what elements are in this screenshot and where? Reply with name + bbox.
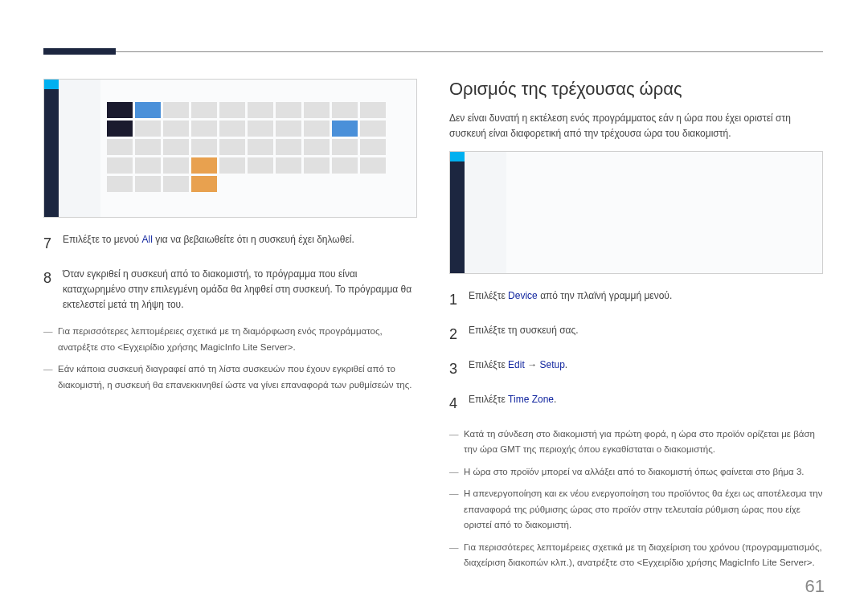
- step-number: 2: [449, 323, 461, 346]
- text-post: για να βεβαιωθείτε ότι η συσκευή έχει δη…: [153, 234, 354, 245]
- step-text: Επιλέξτε Time Zone.: [469, 392, 823, 415]
- step-text: Όταν εγκριθεί η συσκευή από το διακομιστ…: [63, 267, 417, 313]
- thumb: [304, 121, 330, 137]
- thumb: [135, 121, 161, 137]
- thumb: [304, 139, 330, 155]
- step-text: Επιλέξτε Device από την πλαϊνή γραμμή με…: [469, 288, 823, 312]
- thumb: [219, 157, 245, 174]
- thumb: [163, 121, 189, 137]
- thumb: [135, 139, 161, 155]
- thumb: [276, 139, 301, 155]
- step-number: 7: [43, 232, 55, 255]
- text-post: από την πλαϊνή γραμμή μενού.: [538, 290, 672, 301]
- text-pre: Επιλέξτε: [469, 359, 508, 370]
- content-wrapper: 7 Επιλέξτε το μενού All για να βεβαιωθεί…: [43, 79, 823, 578]
- text-pre: Επιλέξτε: [469, 290, 508, 301]
- step-number: 3: [449, 358, 461, 381]
- thumb: [219, 121, 245, 137]
- thumb: [248, 102, 273, 118]
- link-all: All: [142, 234, 153, 245]
- text-post: .: [565, 359, 567, 370]
- link-edit: Edit: [508, 359, 525, 370]
- thumb: [135, 102, 161, 118]
- thumb: [248, 139, 273, 155]
- thumb: [163, 139, 189, 155]
- thumb: [107, 157, 133, 174]
- page-number: 61: [805, 576, 825, 597]
- thumb: [332, 102, 358, 118]
- arrow: →: [525, 359, 540, 370]
- header-tab: [43, 48, 116, 55]
- step-8: 8 Όταν εγκριθεί η συσκευή από το διακομι…: [43, 267, 417, 313]
- thumb: [135, 157, 161, 174]
- thumb: [276, 157, 301, 174]
- step-text: Επιλέξτε το μενού All για να βεβαιωθείτε…: [63, 232, 417, 255]
- screenshot-device-grid: [43, 79, 417, 218]
- screenshot-sidebar-panel: [465, 152, 506, 273]
- step-3: 3 Επιλέξτε Edit → Setup.: [449, 358, 823, 381]
- thumb: [248, 157, 273, 174]
- screenshot-sidebar-panel: [59, 80, 100, 217]
- thumb: [332, 139, 358, 155]
- thumb: [276, 102, 301, 118]
- step-2: 2 Επιλέξτε τη συσκευή σας.: [449, 323, 823, 346]
- thumb: [248, 121, 273, 137]
- thumb: [163, 157, 189, 174]
- screenshot-time-settings: [449, 151, 823, 274]
- note-3: Η απενεργοποίηση και εκ νέου ενεργοποίησ…: [449, 486, 823, 533]
- thumb: [191, 121, 217, 137]
- text-pre: Επιλέξτε: [469, 394, 508, 405]
- section-title: Ορισμός της τρέχουσας ώρας: [449, 79, 823, 100]
- right-column: Ορισμός της τρέχουσας ώρας Δεν είναι δυν…: [449, 79, 823, 578]
- thumb: [360, 139, 386, 155]
- thumb: [191, 176, 217, 192]
- note-1: Για περισσότερες λεπτομέρειες σχετικά με…: [43, 324, 417, 355]
- screenshot-logo: [44, 80, 59, 89]
- intro-text: Δεν είναι δυνατή η εκτέλεση ενός προγράμ…: [449, 111, 823, 141]
- thumb: [360, 102, 386, 118]
- screenshot-main-area: [506, 152, 822, 273]
- text-post: .: [554, 394, 556, 405]
- note-2: Εάν κάποια συσκευή διαγραφεί από τη λίστ…: [43, 362, 417, 393]
- thumb: [135, 176, 161, 192]
- thumb: [304, 102, 330, 118]
- step-1: 1 Επιλέξτε Device από την πλαϊνή γραμμή …: [449, 288, 823, 312]
- thumb: [107, 176, 133, 192]
- thumb: [219, 139, 245, 155]
- step-number: 8: [43, 267, 55, 313]
- step-text: Επιλέξτε τη συσκευή σας.: [469, 323, 823, 346]
- thumb: [191, 102, 217, 118]
- step-number: 4: [449, 392, 461, 415]
- thumb: [107, 102, 133, 118]
- screenshot-thumbnail-grid: [107, 102, 410, 192]
- thumb: [191, 139, 217, 155]
- note-2: Η ώρα στο προϊόν μπορεί να αλλάξει από τ…: [449, 464, 823, 480]
- thumb: [219, 102, 245, 118]
- thumb: [107, 139, 133, 155]
- thumb: [360, 121, 386, 137]
- text-pre: Επιλέξτε το μενού: [63, 234, 142, 245]
- thumb: [332, 157, 358, 174]
- thumb: [191, 157, 217, 174]
- screenshot-logo: [450, 152, 465, 161]
- thumb: [163, 176, 189, 192]
- step-7: 7 Επιλέξτε το μενού All για να βεβαιωθεί…: [43, 232, 417, 255]
- link-setup: Setup: [539, 359, 564, 370]
- step-4: 4 Επιλέξτε Time Zone.: [449, 392, 823, 415]
- thumb: [163, 102, 189, 118]
- thumb: [276, 121, 301, 137]
- screenshot-sidebar-nav: [450, 152, 465, 273]
- step-text: Επιλέξτε Edit → Setup.: [469, 358, 823, 381]
- note-4: Για περισσότερες λεπτομέρειες σχετικά με…: [449, 540, 823, 571]
- thumb: [304, 157, 330, 174]
- left-column: 7 Επιλέξτε το μενού All για να βεβαιωθεί…: [43, 79, 417, 578]
- note-1: Κατά τη σύνδεση στο διακομιστή για πρώτη…: [449, 427, 823, 458]
- thumb: [107, 121, 133, 137]
- thumb: [360, 157, 386, 174]
- link-device: Device: [508, 290, 538, 301]
- step-number: 1: [449, 288, 461, 312]
- screenshot-sidebar-nav: [44, 80, 59, 217]
- link-timezone: Time Zone: [508, 394, 554, 405]
- thumb: [332, 121, 358, 137]
- header-rule: [43, 51, 823, 52]
